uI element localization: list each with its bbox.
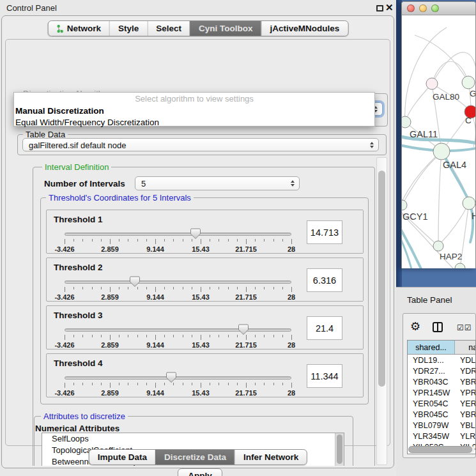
threshold-1-value-field[interactable]: 14.713 (307, 220, 342, 244)
table-cell[interactable]: YDR27... (408, 366, 455, 377)
list-scrollbar[interactable] (335, 433, 344, 466)
network-canvas[interactable]: GAL80GCGAL11GAL4GCY1HHAP2 (402, 16, 475, 268)
network-node-hap2[interactable] (433, 241, 443, 251)
tab-style[interactable]: Style (109, 21, 147, 36)
network-node-gal80[interactable] (426, 78, 438, 89)
dropdown-item-equal-width-frequency[interactable]: Equal Width/Frequency Discretization (14, 117, 374, 128)
tab-cyni-toolbox[interactable]: Cyni Toolbox (190, 21, 261, 36)
group-title: Interval Definition (42, 162, 111, 172)
table-row[interactable]: YER054CYER0 (408, 399, 475, 410)
threshold-4-slider[interactable]: -3.4262.8599.14415.4321.71528 (65, 373, 291, 396)
list-item[interactable]: SelfLoops (42, 433, 344, 445)
number-of-intervals-combobox[interactable]: 5 (135, 176, 300, 190)
minimize-traffic-light-icon[interactable] (419, 4, 427, 12)
close-icon[interactable]: ✕ (385, 2, 394, 13)
combo-arrows-icon (291, 180, 295, 187)
tab-label: Discretize Data (164, 452, 226, 462)
dropdown-hint: Select algorithm to view settings (14, 93, 374, 105)
table-cell[interactable]: YBR0 (455, 410, 475, 420)
network-edge[interactable] (415, 35, 468, 82)
gear-icon[interactable]: ⚙ (410, 321, 420, 332)
tab-label: Style (118, 24, 139, 33)
table-cell[interactable]: YDL1 (455, 355, 475, 366)
table-cell[interactable]: YBL079W (408, 420, 455, 431)
network-node-gcy1[interactable] (402, 200, 407, 210)
table-row[interactable]: YDR27...YDR2 (408, 366, 475, 377)
tab-infer-network[interactable]: Infer Network (234, 450, 307, 464)
scrollbar-thumb[interactable] (408, 446, 472, 453)
table-cell[interactable]: YLR345W (408, 431, 455, 442)
network-node-g[interactable] (462, 76, 475, 89)
scrollbar-thumb[interactable] (378, 171, 385, 387)
table-cell[interactable]: YBR043C (408, 377, 455, 388)
slider-ticks (65, 287, 291, 293)
apply-button[interactable]: Apply (178, 468, 222, 476)
slider-track[interactable] (65, 280, 291, 284)
network-node-gal4[interactable] (433, 143, 450, 160)
threshold-1-slider[interactable]: -3.4262.8599.14415.4321.71528 (65, 229, 291, 252)
network-edge[interactable] (405, 27, 447, 122)
slider-thumb[interactable] (238, 324, 249, 335)
threshold-3-value-field[interactable]: 21.4 (307, 316, 342, 340)
table-cell[interactable]: YPR1 (455, 388, 475, 399)
threshold-label: Threshold 3 (54, 311, 103, 320)
threshold-3-slider[interactable]: -3.4262.8599.14415.4321.71528 (65, 325, 291, 348)
network-node-h[interactable] (463, 197, 475, 210)
slider-thumb[interactable] (130, 276, 140, 288)
zoom-traffic-light-icon[interactable] (431, 4, 439, 12)
tab-discretize-data[interactable]: Discretize Data (155, 450, 234, 464)
tab-impute-data[interactable]: Impute Data (89, 450, 155, 464)
table-row[interactable]: YBL079WYBL0 (408, 420, 475, 431)
threshold-2-value-field[interactable]: 6.316 (307, 268, 342, 292)
table-row[interactable]: YLR345WYLR3 (408, 431, 475, 442)
tab-select[interactable]: Select (147, 21, 190, 36)
slider-track[interactable] (65, 376, 291, 380)
dropdown-item-manual-discretization[interactable]: Manual Discretization (14, 105, 374, 117)
float-window-icon[interactable] (376, 5, 383, 12)
threshold-2-slider[interactable]: -3.4262.8599.14415.4321.71528 (65, 277, 291, 300)
table-cell[interactable]: YDR2 (455, 366, 475, 377)
table-cell[interactable]: YER0 (455, 399, 475, 410)
split-columns-icon[interactable] (433, 322, 443, 332)
panel-scrollbar[interactable] (376, 157, 387, 465)
slider-track[interactable] (65, 233, 291, 236)
slider-thumb[interactable] (166, 372, 176, 383)
slider-track[interactable] (65, 328, 291, 332)
network-node[interactable] (455, 263, 465, 268)
close-traffic-light-icon[interactable] (407, 4, 415, 12)
column-header-shared-name[interactable]: shared... (408, 341, 455, 354)
table-cell[interactable]: YBL0 (455, 420, 475, 431)
network-edge[interactable] (402, 155, 439, 205)
table-data-combobox[interactable]: galFiltered.sif default node (22, 138, 379, 151)
table-row[interactable]: YBR045CYBR0 (408, 410, 475, 420)
network-edge[interactable] (405, 84, 432, 122)
network-window-titlebar[interactable] (402, 2, 475, 15)
table-cell[interactable]: YDL19... (408, 355, 455, 366)
threshold-4-value-field[interactable]: 11.344 (307, 364, 342, 388)
table-cell[interactable]: YLR3 (455, 431, 475, 442)
network-node-gal11[interactable] (402, 116, 411, 128)
table-cell[interactable]: YBR0 (455, 377, 475, 388)
table-cell[interactable]: YPR145W (408, 388, 455, 399)
threshold-coordinates-group: Threshold's Coordinates for 5 Intervals … (40, 197, 369, 404)
threshold-label: Threshold 4 (54, 358, 103, 368)
select-columns-checkboxes-icon[interactable]: ☑☑ (457, 323, 472, 332)
table-row[interactable]: YDL19...YDL1 (408, 355, 475, 366)
slider-thumb[interactable] (190, 228, 201, 240)
table-row[interactable]: YBR043CYBR0 (408, 377, 475, 388)
network-node-label: GAL11 (410, 129, 438, 139)
table-row[interactable]: YPR145WYPR1 (408, 388, 475, 399)
panel-title: Control Panel (6, 3, 57, 13)
control-panel: Control Panel ✕ NetworkStyleSelectCyni T… (0, 0, 396, 476)
tab-network[interactable]: Network (49, 21, 109, 36)
table-cell[interactable]: YBR045C (408, 410, 455, 420)
table-cell[interactable]: YER054C (408, 399, 455, 410)
network-edge[interactable] (438, 151, 441, 246)
column-header-name[interactable]: name (455, 341, 476, 354)
tab-jactivemnodules[interactable]: jActiveMNodules (261, 21, 348, 36)
scrollbar-thumb[interactable] (337, 434, 342, 464)
algorithm-dropdown-popup: Select algorithm to view settings Manual… (13, 92, 375, 127)
slider-ticks (65, 239, 291, 245)
network-edge[interactable] (402, 151, 441, 201)
number-of-intervals-label: Number of Intervals (44, 179, 125, 188)
